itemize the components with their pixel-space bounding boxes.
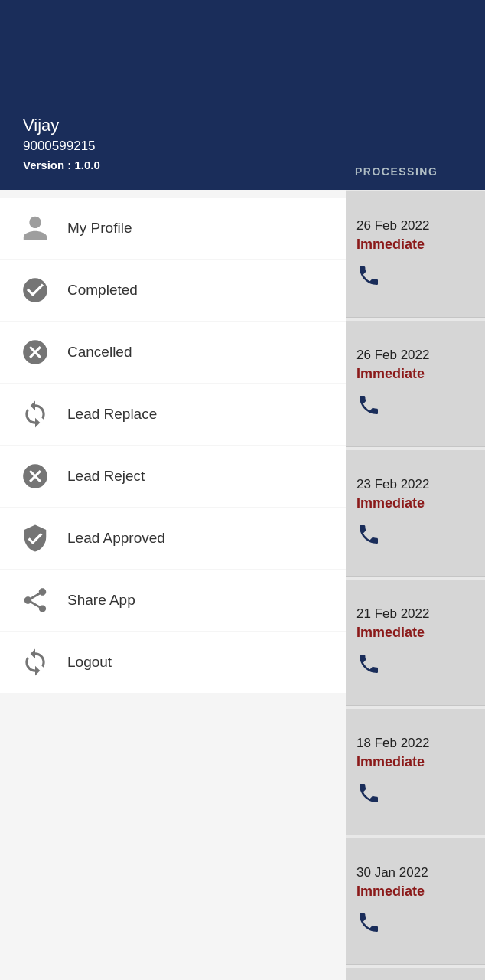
lead-priority-2: Immediate — [356, 495, 425, 511]
lead-priority-0: Immediate — [356, 237, 425, 253]
sidebar-item-logout[interactable]: Logout — [0, 632, 346, 693]
right-panel-header: PROCESSING — [346, 0, 485, 190]
phone-icon-2[interactable] — [356, 522, 381, 552]
lead-date-3: 21 Feb 2022 — [356, 606, 429, 622]
phone-icon-1[interactable] — [356, 393, 381, 423]
user-phone: 9000599215 — [23, 139, 323, 154]
app-version: Version : 1.0.0 — [23, 158, 323, 172]
phone-icon-5[interactable] — [356, 910, 381, 940]
lead-date-5: 30 Jan 2022 — [356, 865, 428, 880]
cancel-circle-icon — [18, 459, 52, 493]
sidebar-item-lead-replace[interactable]: Lead Replace — [0, 384, 346, 445]
lead-date-1: 26 Feb 2022 — [356, 348, 429, 363]
processing-label: PROCESSING — [355, 165, 438, 178]
sidebar-item-share-app[interactable]: Share App — [0, 570, 346, 631]
phone-icon-3[interactable] — [356, 652, 381, 681]
share-icon — [18, 583, 52, 617]
app-container: Vijay 9000599215 Version : 1.0.0 My Prof… — [0, 0, 485, 980]
lead-date-0: 26 Feb 2022 — [356, 218, 429, 234]
sidebar-item-completed[interactable]: Completed — [0, 260, 346, 321]
check-circle-icon — [18, 273, 52, 307]
sidebar-item-label-cancelled: Cancelled — [67, 344, 132, 361]
sidebar-item-lead-reject[interactable]: Lead Reject — [0, 446, 346, 507]
sidebar-item-label-my-profile: My Profile — [67, 220, 132, 237]
lead-card-1[interactable]: 26 Feb 2022 Immediate — [346, 321, 485, 447]
sidebar-item-label-lead-approved: Lead Approved — [67, 530, 165, 547]
sidebar-item-label-lead-replace: Lead Replace — [67, 406, 157, 423]
sidebar-item-label-share-app: Share App — [67, 592, 135, 609]
lead-priority-4: Immediate — [356, 754, 425, 770]
lead-card-2[interactable]: 23 Feb 2022 Immediate — [346, 450, 485, 577]
cancel-icon — [18, 335, 52, 369]
lead-card-4[interactable]: 18 Feb 2022 Immediate — [346, 709, 485, 835]
phone-icon-4[interactable] — [356, 781, 381, 811]
user-name: Vijay — [23, 116, 323, 136]
lead-card-6[interactable]: 30 Jan 2022 — [346, 968, 485, 980]
sidebar-item-lead-approved[interactable]: Lead Approved — [0, 508, 346, 569]
sidebar-item-cancelled[interactable]: Cancelled — [0, 322, 346, 383]
lead-priority-1: Immediate — [356, 366, 425, 382]
sidebar-item-label-lead-reject: Lead Reject — [67, 468, 145, 485]
sidebar-item-my-profile[interactable]: My Profile — [0, 198, 346, 259]
logout-icon — [18, 645, 52, 679]
lead-card-5[interactable]: 30 Jan 2022 Immediate — [346, 838, 485, 965]
lead-date-2: 23 Feb 2022 — [356, 477, 429, 492]
shield-check-icon — [18, 521, 52, 555]
right-panel: PROCESSING 26 Feb 2022 Immediate 26 Feb … — [346, 0, 485, 980]
sidebar: Vijay 9000599215 Version : 1.0.0 My Prof… — [0, 0, 346, 980]
refresh-icon — [18, 397, 52, 431]
sidebar-item-label-completed: Completed — [67, 282, 138, 299]
lead-card-3[interactable]: 21 Feb 2022 Immediate — [346, 580, 485, 706]
person-icon — [18, 211, 52, 245]
phone-icon-0[interactable] — [356, 263, 381, 293]
sidebar-header: Vijay 9000599215 Version : 1.0.0 — [0, 0, 346, 190]
lead-card-0[interactable]: 26 Feb 2022 Immediate — [346, 191, 485, 318]
sidebar-menu: My Profile Completed Cancelled — [0, 190, 346, 980]
sidebar-item-label-logout: Logout — [67, 654, 112, 671]
lead-priority-3: Immediate — [356, 625, 425, 641]
lead-date-4: 18 Feb 2022 — [356, 736, 429, 751]
lead-priority-5: Immediate — [356, 884, 425, 900]
